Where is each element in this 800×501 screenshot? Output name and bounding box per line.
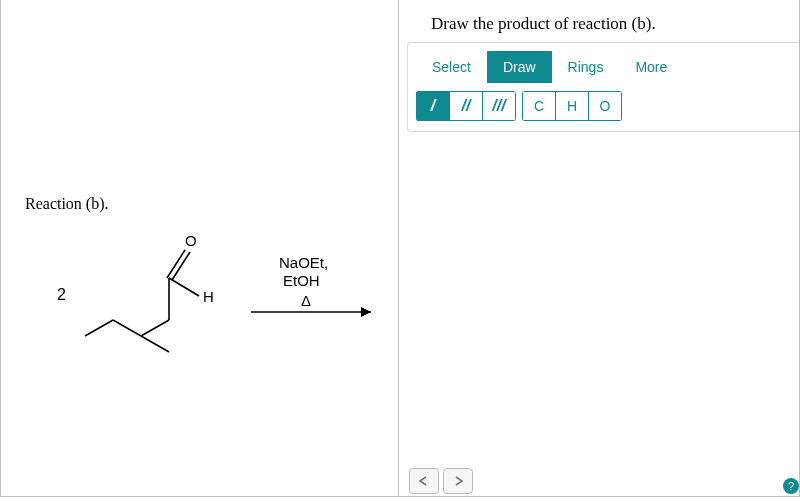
editor-toolbar: Select Draw Rings More / // /// C H O — [407, 42, 799, 132]
single-bond-icon: / — [431, 97, 435, 115]
question-container: Reaction (b). 2 O H — [0, 0, 800, 497]
help-button[interactable]: ? — [783, 478, 799, 494]
tab-rings[interactable]: Rings — [552, 51, 620, 83]
svg-line-7 — [169, 278, 199, 296]
tab-select[interactable]: Select — [416, 51, 487, 83]
undo-button[interactable] — [409, 468, 439, 494]
atom-group: C H O — [522, 91, 622, 121]
svg-line-1 — [113, 320, 141, 336]
undo-icon — [417, 475, 431, 487]
prompt-text: Draw the product of reaction (b). — [431, 14, 656, 34]
reagent-line1: NaOEt, — [279, 254, 328, 271]
atom-h-label: H — [203, 288, 214, 305]
tool-row: / // /// C H O — [416, 91, 791, 121]
svg-line-0 — [85, 320, 113, 336]
atom-h-button[interactable]: H — [555, 91, 589, 121]
bond-group: / // /// — [416, 91, 516, 121]
left-pane: Reaction (b). 2 O H — [1, 0, 399, 496]
reagent-line2: EtOH — [283, 272, 320, 289]
triple-bond-icon: /// — [492, 97, 505, 115]
molecule-skeleton — [85, 250, 199, 352]
atom-c-button[interactable]: C — [522, 91, 556, 121]
double-bond-button[interactable]: // — [449, 91, 483, 121]
redo-button[interactable] — [443, 468, 473, 494]
svg-line-3 — [141, 336, 169, 352]
double-bond-icon: // — [462, 97, 471, 115]
atom-o-label: O — [185, 232, 197, 249]
tab-more[interactable]: More — [619, 51, 683, 83]
help-icon: ? — [788, 480, 794, 492]
reaction-label: Reaction (b). — [25, 195, 109, 213]
svg-marker-9 — [361, 307, 371, 317]
single-bond-button[interactable]: / — [416, 91, 450, 121]
coefficient-text: 2 — [57, 286, 66, 303]
reaction-scheme: 2 O H — [21, 220, 381, 390]
svg-line-2 — [141, 320, 169, 336]
redo-icon — [451, 475, 465, 487]
atom-o-button[interactable]: O — [588, 91, 622, 121]
tab-row: Select Draw Rings More — [416, 51, 791, 83]
reagent-delta: Δ — [301, 292, 311, 309]
tab-draw[interactable]: Draw — [487, 51, 552, 83]
triple-bond-button[interactable]: /// — [482, 91, 516, 121]
right-pane: Draw the product of reaction (b). Select… — [399, 0, 799, 496]
nav-group — [409, 468, 473, 494]
